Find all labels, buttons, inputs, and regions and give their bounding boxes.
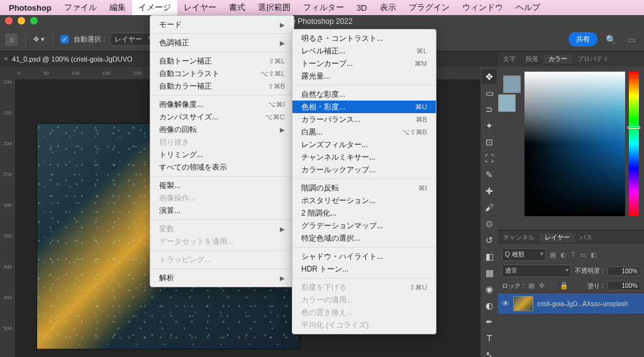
menu-plugin[interactable]: プラグイン bbox=[402, 0, 456, 15]
pen-tool[interactable]: ✒ bbox=[482, 314, 497, 329]
menu-item[interactable]: ポスタリゼーション... bbox=[292, 194, 436, 207]
blur-tool[interactable]: ◉ bbox=[482, 282, 497, 297]
menu-help[interactable]: ヘルプ bbox=[509, 0, 547, 15]
menu-item[interactable]: カラールックアップ... bbox=[292, 163, 436, 176]
gradient-tool[interactable]: ▦ bbox=[482, 265, 497, 280]
menu-item[interactable]: 自然な彩度... bbox=[292, 88, 436, 101]
menu-item[interactable]: 階調の反転⌘I bbox=[292, 182, 436, 194]
frame-tool[interactable]: ⛶ bbox=[482, 151, 497, 166]
workspace-icon[interactable]: ▭ bbox=[628, 35, 636, 45]
menu-filter[interactable]: フィルター bbox=[297, 0, 350, 15]
stamp-tool[interactable]: ⊙ bbox=[482, 216, 497, 231]
color-picker-field[interactable] bbox=[525, 72, 625, 216]
brush-tool[interactable]: 🖌 bbox=[482, 200, 497, 215]
layer-filter-dropdown[interactable]: Q 種類 bbox=[502, 248, 546, 261]
history-brush-tool[interactable]: ↺ bbox=[482, 233, 497, 248]
heal-tool[interactable]: ✚ bbox=[482, 184, 497, 199]
menu-file[interactable]: ファイル bbox=[58, 0, 103, 15]
menu-item[interactable]: モード▶ bbox=[150, 18, 294, 31]
menu-item[interactable]: レベル補正...⌘L bbox=[292, 45, 436, 57]
fg-color-swatch[interactable] bbox=[498, 94, 516, 112]
menu-image[interactable]: イメージ bbox=[132, 0, 177, 15]
menu-type[interactable]: 書式 bbox=[223, 0, 252, 15]
dodge-tool[interactable]: ◐ bbox=[482, 298, 497, 313]
marquee-tool[interactable]: ▭ bbox=[482, 85, 497, 101]
autoselect-dropdown[interactable]: レイヤー bbox=[110, 33, 154, 46]
menu-item[interactable]: すべての領域を表示 bbox=[150, 161, 294, 173]
menu-item[interactable]: カラーバランス...⌘B bbox=[292, 113, 436, 126]
share-button[interactable]: 共有 bbox=[569, 32, 597, 47]
tab-character[interactable]: 文字 bbox=[498, 55, 521, 63]
close-window-icon[interactable] bbox=[5, 17, 13, 25]
menu-item[interactable]: 明るさ・コントラスト... bbox=[292, 32, 436, 45]
maximize-window-icon[interactable] bbox=[30, 17, 38, 25]
menu-item[interactable]: シャドウ・ハイライト... bbox=[292, 250, 436, 263]
menu-item[interactable]: チャンネルミキサー... bbox=[292, 151, 436, 163]
menu-item[interactable]: 色相・彩度...⌘U bbox=[292, 101, 436, 113]
app-name[interactable]: Photoshop bbox=[9, 3, 52, 13]
eraser-tool[interactable]: ◧ bbox=[482, 249, 497, 264]
menu-item[interactable]: 画像解像度...⌥⌘I bbox=[150, 98, 294, 111]
menu-item[interactable]: 2 階調化... bbox=[292, 207, 436, 219]
lock-all-icon[interactable]: 🔒 bbox=[560, 282, 569, 290]
eyedropper-tool[interactable]: ✎ bbox=[482, 167, 497, 182]
tab-paragraph[interactable]: 段落 bbox=[521, 55, 543, 63]
filter-adjust-icon[interactable]: ◐ bbox=[560, 251, 567, 259]
path-tool[interactable]: ↖ bbox=[482, 347, 497, 357]
menu-window[interactable]: ウィンドウ bbox=[456, 0, 509, 15]
menu-view[interactable]: 表示 bbox=[374, 0, 402, 15]
autoselect-checkbox[interactable]: ✓ bbox=[60, 35, 69, 43]
layer-thumbnail[interactable] bbox=[513, 296, 533, 311]
menu-item[interactable]: グラデーションマップ... bbox=[292, 219, 436, 232]
close-tab-icon[interactable]: × bbox=[4, 55, 8, 63]
tab-paths[interactable]: パス bbox=[575, 233, 597, 242]
move-tool[interactable]: ✥ bbox=[482, 69, 497, 84]
menu-select[interactable]: 選択範囲 bbox=[252, 0, 297, 15]
menu-edit[interactable]: 編集 bbox=[103, 0, 132, 15]
tab-channels[interactable]: チャンネル bbox=[498, 233, 540, 242]
menu-layer[interactable]: レイヤー bbox=[177, 0, 223, 15]
opacity-input[interactable]: 100% bbox=[608, 266, 640, 276]
menu-item[interactable]: 複製... bbox=[150, 179, 294, 192]
type-tool[interactable]: T bbox=[482, 331, 497, 346]
minimize-window-icon[interactable] bbox=[18, 17, 25, 25]
tab-color[interactable]: カラー bbox=[543, 55, 572, 63]
menu-item[interactable]: 解析▶ bbox=[150, 272, 294, 284]
menu-item[interactable]: 露光量... bbox=[292, 70, 436, 82]
layer-name[interactable]: cristi-goia-JgD...AXsso-unsplash bbox=[537, 300, 628, 307]
lasso-tool[interactable]: ⊃ bbox=[482, 102, 497, 117]
lock-pixels-icon[interactable]: ▦ bbox=[528, 282, 535, 290]
layer-row[interactable]: 👁 cristi-goia-JgD...AXsso-unsplash bbox=[498, 294, 644, 314]
fg-bg-swatch[interactable] bbox=[503, 72, 521, 225]
lock-artboard-icon[interactable]: ⬚ bbox=[549, 282, 555, 290]
menu-item[interactable]: 自動トーン補正⇧⌘L bbox=[150, 55, 294, 67]
tab-layers[interactable]: レイヤー bbox=[540, 233, 575, 242]
menu-item[interactable]: 白黒...⌥⇧⌘B bbox=[292, 126, 436, 138]
menu-item[interactable]: 演算... bbox=[150, 204, 294, 217]
bg-color-swatch[interactable] bbox=[503, 75, 521, 93]
menu-item[interactable]: トリミング... bbox=[150, 148, 294, 161]
blend-mode-dropdown[interactable]: 通常 bbox=[502, 265, 571, 277]
hue-slider[interactable] bbox=[629, 72, 639, 216]
crop-tool[interactable]: ⊡ bbox=[482, 135, 497, 150]
filter-type-icon[interactable]: T bbox=[571, 251, 575, 259]
menu-item[interactable]: レンズフィルター... bbox=[292, 138, 436, 151]
menu-item[interactable]: 色調補正▶ bbox=[150, 36, 294, 49]
tab-properties[interactable]: プロパティ bbox=[572, 55, 614, 63]
filter-smart-icon[interactable]: ◧ bbox=[591, 251, 597, 259]
home-icon[interactable]: ⌂ bbox=[5, 33, 18, 46]
layer-visibility-icon[interactable]: 👁 bbox=[502, 299, 509, 308]
lock-position-icon[interactable]: ✥ bbox=[539, 282, 545, 290]
menu-item[interactable]: 画像の回転▶ bbox=[150, 123, 294, 136]
fill-input[interactable]: 100% bbox=[608, 281, 640, 290]
move-tool-icon[interactable]: ✥ ▾ bbox=[33, 35, 45, 43]
document-tab-label[interactable]: 41_0.psd @ 100% (cristi-goia-JgDUVO bbox=[12, 55, 133, 63]
menu-item[interactable]: 自動コントラスト⌥⇧⌘L bbox=[150, 67, 294, 80]
filter-pixel-icon[interactable]: ▦ bbox=[550, 251, 556, 259]
search-icon[interactable]: 🔍 bbox=[606, 35, 616, 45]
hue-cursor[interactable] bbox=[628, 126, 640, 129]
menu-item[interactable]: 特定色域の選択... bbox=[292, 232, 436, 244]
menu-item[interactable]: トーンカーブ...⌘M bbox=[292, 57, 436, 70]
menu-item[interactable]: 自動カラー補正⇧⌘B bbox=[150, 80, 294, 92]
menu-item[interactable]: HDR トーン... bbox=[292, 263, 436, 275]
